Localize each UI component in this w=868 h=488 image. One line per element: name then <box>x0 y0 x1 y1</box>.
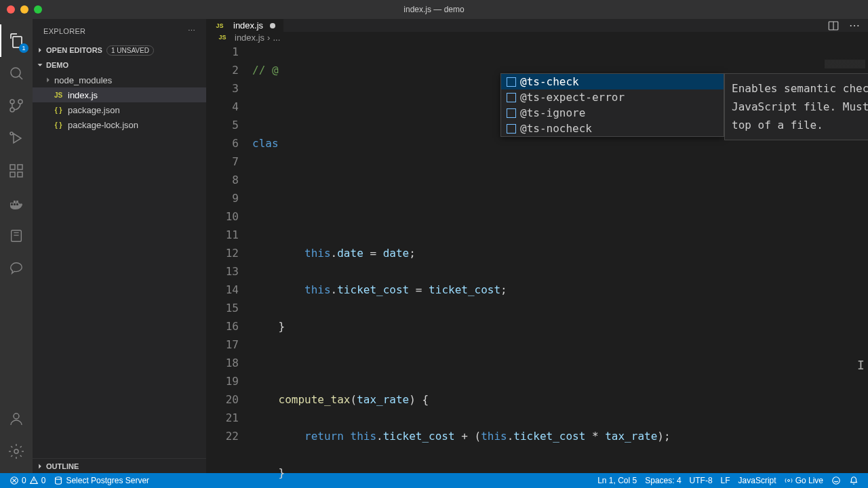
svg-point-3 <box>10 100 14 104</box>
svg-point-11 <box>14 449 18 453</box>
chevron-right-icon <box>43 75 53 85</box>
search-icon[interactable] <box>0 57 33 89</box>
debug-icon[interactable] <box>0 122 33 155</box>
extension-icon-a[interactable] <box>0 220 33 252</box>
snippet-icon <box>507 108 516 118</box>
editor-area: JS index.js ⋯ JS index.js › ... 12345678… <box>206 19 868 473</box>
svg-point-4 <box>10 132 13 135</box>
unsaved-badge: 1 UNSAVED <box>106 45 154 56</box>
svg-point-0 <box>11 68 20 77</box>
suggest-item-ts-ignore[interactable]: @ts-ignore <box>501 105 724 121</box>
svg-point-10 <box>14 413 19 419</box>
svg-point-14 <box>56 477 62 480</box>
status-postgres[interactable]: Select Postgres Server <box>50 476 153 485</box>
breadcrumb[interactable]: JS index.js › ... <box>206 32 868 43</box>
activity-bar: 1 <box>0 19 33 473</box>
chevron-right-icon <box>35 462 45 471</box>
sidebar-title: EXPLORER <box>43 27 85 35</box>
json-file-icon: { } <box>53 104 64 115</box>
tree-file-package-lock-json[interactable]: { } package-lock.json <box>33 117 206 132</box>
js-file-icon: JS <box>53 89 64 100</box>
split-editor-icon[interactable] <box>827 20 840 32</box>
svg-rect-5 <box>10 165 15 169</box>
js-file-icon: JS <box>217 32 228 43</box>
suggest-item-ts-nocheck[interactable]: @ts-nocheck <box>501 121 724 136</box>
svg-point-2 <box>10 108 14 112</box>
svg-rect-9 <box>12 230 22 242</box>
dirty-dot-icon <box>270 23 275 28</box>
status-errors[interactable]: 0 0 <box>5 476 50 485</box>
open-editors-header[interactable]: OPEN EDITORS 1 UNSAVED <box>33 43 206 58</box>
more-icon[interactable]: ⋯ <box>188 26 195 35</box>
sidebar: EXPLORER ⋯ OPEN EDITORS 1 UNSAVED DEMO n… <box>33 19 206 473</box>
tab-bar: JS index.js ⋯ <box>206 19 868 32</box>
gear-icon[interactable] <box>0 435 33 468</box>
snippet-icon <box>507 93 516 102</box>
file-tree: node_modules JS index.js { } package.jso… <box>33 73 206 132</box>
titlebar: index.js — demo <box>0 0 868 19</box>
chevron-right-icon <box>35 45 45 55</box>
suggestion-doc: × Enables semantic checking in a JavaScr… <box>724 73 868 140</box>
suggestion-popup[interactable]: @ts-check @ts-expect-error @ts-ignore @t… <box>500 73 724 137</box>
tree-file-package-json[interactable]: { } package.json <box>33 102 206 117</box>
account-icon[interactable] <box>0 403 33 435</box>
svg-rect-6 <box>18 165 22 169</box>
outline-header[interactable]: OUTLINE <box>33 458 206 473</box>
extension-icon-b[interactable] <box>0 252 33 285</box>
svg-point-1 <box>18 100 22 104</box>
chevron-down-icon <box>35 60 45 70</box>
js-file-icon: JS <box>214 20 225 31</box>
project-header[interactable]: DEMO <box>33 58 206 73</box>
svg-rect-8 <box>18 172 22 177</box>
extensions-icon[interactable] <box>0 155 33 187</box>
close-window-icon[interactable] <box>7 5 15 14</box>
maximize-window-icon[interactable] <box>34 5 42 14</box>
explorer-icon[interactable]: 1 <box>0 24 33 57</box>
snippet-icon <box>507 124 516 134</box>
source-control-icon[interactable] <box>0 89 33 122</box>
json-file-icon: { } <box>53 119 64 130</box>
snippet-icon <box>507 77 516 87</box>
suggest-item-ts-check[interactable]: @ts-check <box>501 74 724 89</box>
tree-file-index-js[interactable]: JS index.js <box>33 87 206 102</box>
line-gutter: 12345678910111213141516171819202122 <box>206 43 252 488</box>
tab-index-js[interactable]: JS index.js <box>206 19 284 32</box>
explorer-badge: 1 <box>19 43 28 53</box>
window-controls <box>7 5 42 14</box>
tree-folder-node-modules[interactable]: node_modules <box>33 73 206 87</box>
suggest-item-ts-expect-error[interactable]: @ts-expect-error <box>501 89 724 105</box>
docker-icon[interactable] <box>0 187 33 220</box>
more-actions-icon[interactable]: ⋯ <box>849 19 860 32</box>
minimize-window-icon[interactable] <box>20 5 28 14</box>
window-title: index.js — demo <box>403 5 464 14</box>
svg-rect-7 <box>10 172 15 177</box>
